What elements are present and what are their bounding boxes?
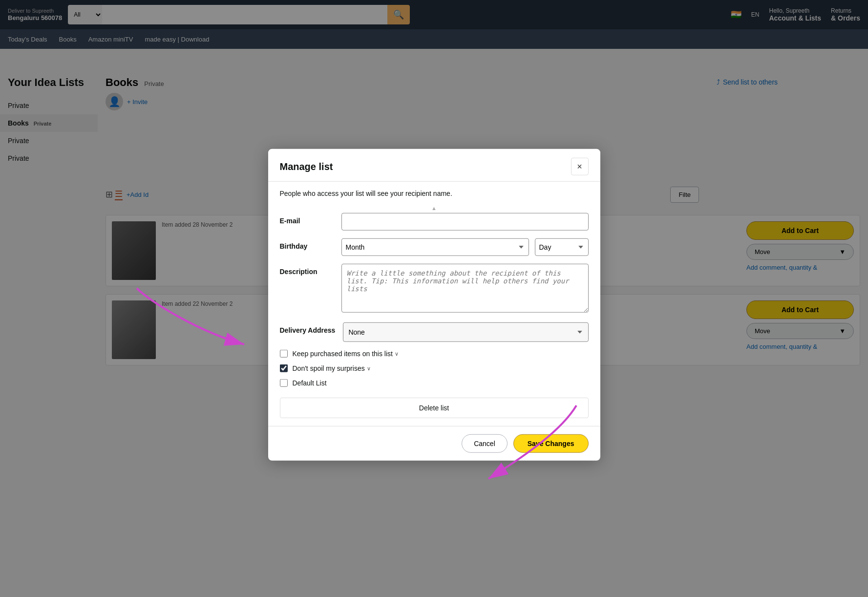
delivery-address-select[interactable]: None Add new address <box>343 322 588 342</box>
modal-footer: Cancel Save Changes <box>268 426 600 461</box>
keep-purchased-row: Keep purchased items on this list ∨ <box>280 350 589 358</box>
birthday-fields: Month JanuaryFebruaryMarch AprilMayJune … <box>341 238 589 256</box>
birthday-row: Birthday Month JanuaryFebruaryMarch Apri… <box>280 238 589 256</box>
scroll-up-indicator: ▲ <box>280 205 589 211</box>
dont-spoil-row: Don't spoil my surprises ∨ <box>280 364 589 372</box>
modal-title: Manage list <box>280 161 333 172</box>
keep-purchased-checkbox[interactable] <box>280 350 288 358</box>
delivery-row: Delivery Address None Add new address <box>280 322 589 342</box>
description-row: Description <box>280 264 589 315</box>
dont-spoil-chevron-icon: ∨ <box>367 365 371 371</box>
modal-close-button[interactable]: × <box>571 158 589 175</box>
day-select[interactable]: Day 1234 5101520 25283031 <box>535 238 589 256</box>
birthday-label: Birthday <box>280 238 334 250</box>
keep-purchased-label: Keep purchased items on this list ∨ <box>293 350 399 358</box>
manage-list-modal: Manage list × People who access your lis… <box>268 149 600 461</box>
default-list-label: Default List <box>293 379 327 387</box>
default-list-row: Default List <box>280 379 589 387</box>
cancel-button[interactable]: Cancel <box>462 434 508 453</box>
modal-description: People who access your list will see you… <box>280 190 589 197</box>
description-field-container <box>341 264 589 315</box>
email-row: E-mail <box>280 213 589 231</box>
month-select[interactable]: Month JanuaryFebruaryMarch AprilMayJune … <box>341 238 529 256</box>
email-input[interactable] <box>341 213 589 231</box>
keep-purchased-chevron-icon: ∨ <box>395 350 399 357</box>
email-field-container <box>341 213 589 231</box>
save-changes-button[interactable]: Save Changes <box>513 434 589 453</box>
dont-spoil-checkbox[interactable] <box>280 364 288 372</box>
modal-header: Manage list × <box>268 149 600 182</box>
delivery-label: Delivery Address <box>280 322 336 334</box>
delete-list-button[interactable]: Delete list <box>280 398 589 418</box>
email-label: E-mail <box>280 213 334 225</box>
default-list-checkbox[interactable] <box>280 379 288 387</box>
modal-body: People who access your list will see you… <box>268 182 600 426</box>
dont-spoil-label: Don't spoil my surprises ∨ <box>293 364 371 372</box>
description-label: Description <box>280 264 334 276</box>
delivery-field-container: None Add new address <box>343 322 588 342</box>
description-textarea[interactable] <box>341 264 589 313</box>
